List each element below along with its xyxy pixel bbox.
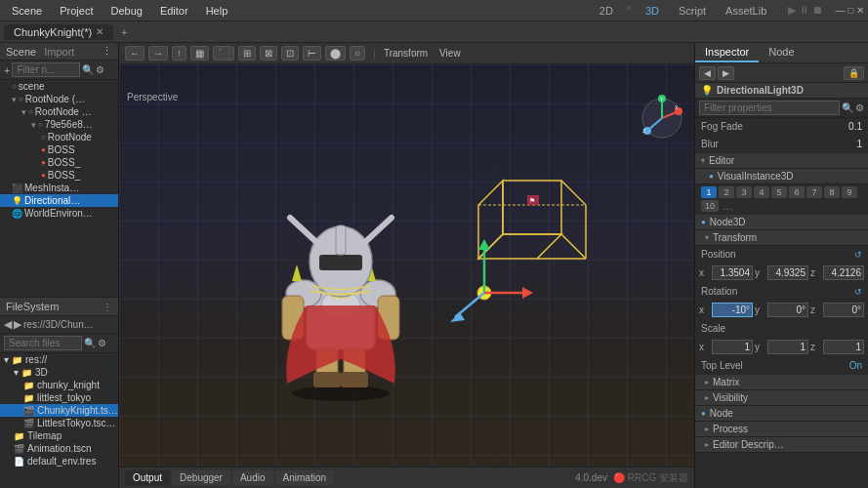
filter-options-icon[interactable]: ⚙ (855, 102, 864, 113)
matrix-section[interactable]: ▸ Matrix (695, 375, 868, 390)
scale-x-field[interactable] (712, 340, 753, 354)
menu-scene[interactable]: Scene (4, 3, 50, 19)
menu-help[interactable]: Help (198, 3, 236, 19)
viewport-btn-8[interactable]: ⬤ (325, 46, 346, 61)
layer-3[interactable]: 3 (736, 186, 752, 198)
scale-y-field[interactable] (767, 340, 808, 354)
mode-2d[interactable]: 2D (594, 4, 619, 18)
node-section[interactable]: ● Node (695, 406, 868, 422)
fs-item-littlesttokyo-file[interactable]: 🎬 LittlestTokyo.tsc… (0, 417, 118, 429)
bottom-tab-animation[interactable]: Animation (275, 470, 334, 485)
filter-properties-input[interactable] (699, 101, 840, 115)
layer-more[interactable]: … (723, 201, 732, 212)
editor-section[interactable]: ▾ Editor (695, 153, 868, 169)
pos-y-field[interactable] (767, 265, 808, 280)
tab-add-button[interactable]: + (115, 26, 133, 38)
position-reset[interactable]: ↺ (854, 250, 862, 260)
viewport-btn-2[interactable]: ▦ (190, 46, 209, 61)
mode-script[interactable]: Script (673, 4, 712, 18)
tree-item-meshinsta[interactable]: ⬛ MeshInsta… (0, 182, 118, 194)
tree-item-rootnode3[interactable]: ○ RootNode (0, 131, 118, 143)
layer-10[interactable]: 10 (701, 200, 719, 212)
navigation-gizmo[interactable]: X Y Z (638, 94, 686, 142)
tree-item-directional[interactable]: 💡 Directional… (0, 194, 118, 207)
rot-x-field[interactable] (712, 303, 753, 317)
bottom-tab-audio[interactable]: Audio (232, 470, 273, 485)
fs-nav-back[interactable]: ◀ (4, 318, 12, 331)
tree-item-boss1[interactable]: ● BOSS (0, 143, 118, 156)
scene-tab[interactable]: Scene (6, 46, 36, 58)
top-level-value[interactable]: On (755, 360, 862, 371)
visibility-section[interactable]: ▸ Visibility (695, 390, 868, 406)
layer-1[interactable]: 1 (701, 186, 717, 198)
tab-node[interactable]: Node (759, 43, 804, 62)
viewport-btn-9[interactable]: ○ (350, 46, 365, 61)
process-section[interactable]: ▸ Process (695, 422, 868, 437)
scale-z-field[interactable] (823, 340, 864, 354)
visual-instance-section[interactable]: ● VisualInstance3D (695, 169, 868, 184)
viewport-btn-history-back[interactable]: ← (125, 46, 145, 61)
tree-item-79e56e8[interactable]: ▾ ○ 79e56e8… (0, 118, 118, 131)
filter-icon[interactable]: 🔍 (82, 64, 94, 75)
bottom-tab-debugger[interactable]: Debugger (172, 470, 230, 485)
fs-menu-icon[interactable]: ⚙ (98, 338, 106, 348)
menu-editor[interactable]: Editor (152, 3, 196, 19)
fs-panel-menu-icon[interactable]: ⋮ (103, 302, 112, 312)
inspector-lock[interactable]: 🔒 (844, 66, 864, 80)
bottom-tab-output[interactable]: Output (125, 470, 170, 485)
tree-item-rootnode1[interactable]: ▾ ○ RootNode (… (0, 93, 118, 105)
tab-close-icon[interactable]: ✕ (96, 26, 103, 37)
node3d-section[interactable]: ● Node3D (695, 215, 868, 230)
fs-item-animation[interactable]: 🎬 Animation.tscn (0, 442, 118, 455)
tree-item-worldenv[interactable]: 🌐 WorldEnviron… (0, 207, 118, 220)
menu-debug[interactable]: Debug (103, 3, 149, 19)
viewport-btn-5[interactable]: ⊠ (260, 46, 277, 61)
editor-desc-section[interactable]: ▸ Editor Descrip… (695, 437, 868, 453)
rotation-reset[interactable]: ↺ (854, 287, 862, 297)
filesystem-search-input[interactable] (4, 336, 82, 350)
tree-item-rootnode2[interactable]: ▾ ○ RootNode … (0, 105, 118, 118)
search-icon[interactable]: 🔍 (84, 338, 96, 348)
fs-item-chunkyknight-file[interactable]: 🎬 ChunkyKnight.ts… (0, 404, 118, 417)
fs-nav-fwd[interactable]: ▶ (14, 318, 21, 331)
transform-section[interactable]: ▾ Transform (695, 230, 868, 246)
tab-chunkyknight[interactable]: ChunkyKnight(*) ✕ (4, 24, 113, 40)
rot-y-field[interactable] (767, 303, 808, 317)
fs-item-chunky[interactable]: 📁 chunky_knight (0, 379, 118, 391)
layer-5[interactable]: 5 (771, 186, 787, 198)
import-tab[interactable]: Import (44, 46, 74, 58)
rot-z-field[interactable] (823, 303, 864, 317)
transform-menu[interactable]: Transform (384, 48, 428, 59)
viewport-btn-4[interactable]: ⊞ (238, 46, 256, 61)
panel-menu-icon[interactable]: ⋮ (102, 45, 112, 58)
fs-item-default-env[interactable]: 📄 default_env.tres (0, 455, 118, 468)
viewport-btn-history-fwd[interactable]: → (148, 46, 168, 61)
viewport-3d[interactable]: Perspective X Y Z (119, 64, 694, 488)
mode-3d[interactable]: 3D (640, 4, 665, 18)
viewport[interactable]: ← → ↑ ▦ ⬛ ⊞ ⊠ ⊡ ⊢ ⬤ ○ | Transform View P… (119, 43, 694, 488)
tree-item-boss3[interactable]: ● BOSS_ (0, 169, 118, 182)
fs-item-littlest[interactable]: 📁 littlest_tokyo (0, 391, 118, 404)
viewport-btn-1[interactable]: ↑ (172, 46, 186, 61)
mode-assetlib[interactable]: AssetLib (720, 4, 772, 18)
inspector-history-back[interactable]: ◀ (699, 66, 716, 80)
layer-2[interactable]: 2 (719, 186, 734, 198)
filter-search-icon[interactable]: 🔍 (842, 102, 853, 113)
viewport-btn-6[interactable]: ⊡ (281, 46, 299, 61)
layer-4[interactable]: 4 (754, 186, 769, 198)
tab-inspector[interactable]: Inspector (695, 43, 759, 62)
tree-item-scene[interactable]: ○ scene (0, 80, 118, 93)
pos-z-field[interactable] (823, 265, 864, 280)
tree-item-boss2[interactable]: ● BOSS_ (0, 156, 118, 169)
fs-item-tilemap[interactable]: 📁 Tilemap (0, 429, 118, 442)
node-type-header[interactable]: 💡 DirectionalLight3D (695, 83, 868, 99)
layer-6[interactable]: 6 (789, 186, 805, 198)
transform-gizmo[interactable] (435, 234, 533, 332)
menu-project[interactable]: Project (52, 3, 101, 19)
layer-7[interactable]: 7 (806, 186, 822, 198)
layer-8[interactable]: 8 (824, 186, 840, 198)
fs-item-res[interactable]: ▾ 📁 res:// (0, 353, 118, 366)
view-menu[interactable]: View (439, 48, 461, 59)
viewport-btn-3[interactable]: ⬛ (213, 46, 234, 61)
add-node-icon[interactable]: + (4, 64, 10, 76)
